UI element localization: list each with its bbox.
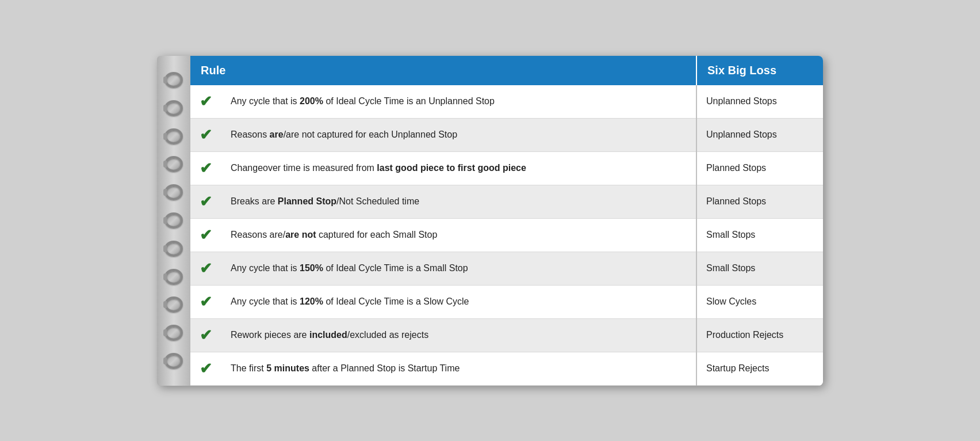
six-big-loss-cell: Unplanned Stops: [696, 85, 823, 119]
check-cell: ✔: [190, 218, 221, 252]
rule-cell: The first 5 minutes after a Planned Stop…: [221, 352, 696, 385]
rules-table: Rule Six Big Loss ✔Any cycle that is 200…: [190, 56, 823, 386]
checkmark-icon: ✔: [200, 226, 212, 244]
checkmark-icon: ✔: [200, 260, 212, 277]
rule-cell: Changeover time is measured from last go…: [221, 151, 696, 185]
six-big-loss-cell: Small Stops: [696, 252, 823, 285]
check-cell: ✔: [190, 285, 221, 318]
six-big-loss-cell: Production Rejects: [696, 318, 823, 352]
checkmark-icon: ✔: [200, 360, 212, 377]
table-row: ✔Changeover time is measured from last g…: [190, 151, 823, 185]
table-row: ✔Any cycle that is 150% of Ideal Cycle T…: [190, 252, 823, 285]
checkmark-icon: ✔: [200, 159, 212, 177]
checkmark-icon: ✔: [200, 93, 212, 110]
rule-cell: Reasons are/are not captured for each Un…: [221, 118, 696, 151]
rule-cell: Rework pieces are included/excluded as r…: [221, 318, 696, 352]
spiral-ring: [164, 156, 183, 172]
six-big-loss-header-label: Six Big Loss: [707, 64, 776, 77]
table-row: ✔Breaks are Planned Stop/Not Scheduled t…: [190, 185, 823, 218]
six-big-loss-header: Six Big Loss: [696, 56, 823, 85]
six-big-loss-cell: Startup Rejects: [696, 352, 823, 385]
table-row: ✔Reasons are/are not captured for each S…: [190, 218, 823, 252]
table-row: ✔Any cycle that is 120% of Ideal Cycle T…: [190, 285, 823, 318]
table-row: ✔The first 5 minutes after a Planned Sto…: [190, 352, 823, 385]
six-big-loss-cell: Slow Cycles: [696, 285, 823, 318]
checkmark-icon: ✔: [200, 193, 212, 210]
table-wrapper: Rule Six Big Loss ✔Any cycle that is 200…: [190, 56, 823, 386]
check-cell: ✔: [190, 318, 221, 352]
rule-cell: Reasons are/are not captured for each Sm…: [221, 218, 696, 252]
spiral-ring: [164, 269, 183, 285]
rule-header: Rule: [190, 56, 696, 85]
spiral-ring: [164, 325, 183, 341]
check-cell: ✔: [190, 252, 221, 285]
table-row: ✔Reasons are/are not captured for each U…: [190, 118, 823, 151]
six-big-loss-cell: Planned Stops: [696, 151, 823, 185]
check-cell: ✔: [190, 118, 221, 151]
check-cell: ✔: [190, 352, 221, 385]
spiral-ring: [164, 212, 183, 229]
six-big-loss-cell: Planned Stops: [696, 185, 823, 218]
rule-cell: Any cycle that is 150% of Ideal Cycle Ti…: [221, 252, 696, 285]
rule-cell: Any cycle that is 200% of Ideal Cycle Ti…: [221, 85, 696, 119]
spiral-ring: [164, 128, 183, 145]
six-big-loss-cell: Small Stops: [696, 218, 823, 252]
check-cell: ✔: [190, 151, 221, 185]
six-big-loss-cell: Unplanned Stops: [696, 118, 823, 151]
notebook-container: Rule Six Big Loss ✔Any cycle that is 200…: [157, 56, 823, 386]
rule-header-label: Rule: [201, 64, 225, 77]
rule-cell: Breaks are Planned Stop/Not Scheduled ti…: [221, 185, 696, 218]
checkmark-icon: ✔: [200, 126, 212, 143]
spiral-ring: [164, 184, 183, 200]
spiral-ring: [164, 296, 183, 313]
checkmark-icon: ✔: [200, 293, 212, 310]
table-row: ✔Any cycle that is 200% of Ideal Cycle T…: [190, 85, 823, 119]
spiral-ring: [164, 72, 183, 88]
checkmark-icon: ✔: [200, 326, 212, 344]
spiral-ring: [164, 241, 183, 257]
spiral-ring: [164, 353, 183, 369]
check-cell: ✔: [190, 85, 221, 119]
spiral-ring: [164, 100, 183, 116]
check-cell: ✔: [190, 185, 221, 218]
rule-cell: Any cycle that is 120% of Ideal Cycle Ti…: [221, 285, 696, 318]
spiral-binding: [157, 56, 190, 386]
table-row: ✔Rework pieces are included/excluded as …: [190, 318, 823, 352]
